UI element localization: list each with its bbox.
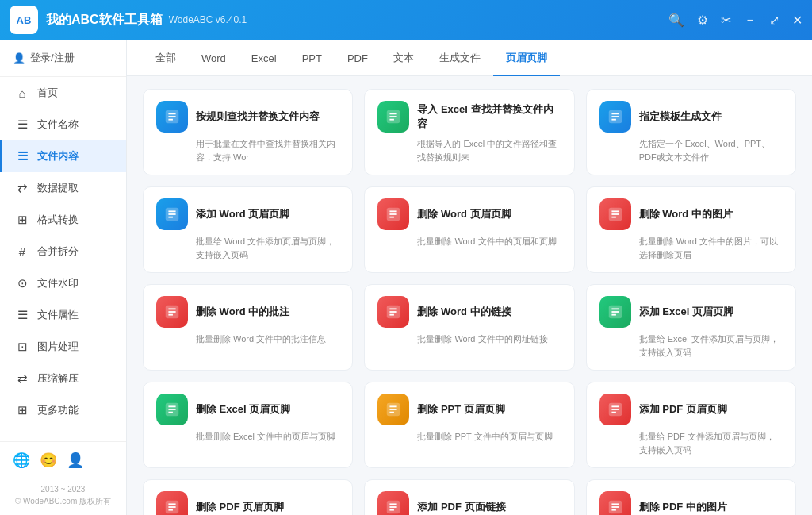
close-icon[interactable]: ✕	[792, 13, 802, 28]
tool-icon	[599, 394, 631, 425]
sidebar-item-home[interactable]: ⌂ 首页	[0, 77, 126, 109]
tool-card[interactable]: 删除 Word 中的批注 批量删除 Word 文件中的批注信息	[143, 284, 353, 371]
tool-desc: 批量删除 Word 文件中的页眉和页脚	[377, 235, 561, 248]
sidebar-item-watermark[interactable]: ⊙ 文件水印	[0, 267, 126, 299]
tool-name: 删除 PPT 页眉页脚	[417, 402, 505, 417]
tool-card-header: 添加 Excel 页眉页脚	[599, 296, 783, 328]
tab-Word[interactable]: Word	[189, 41, 239, 75]
person-icon[interactable]: 👤	[67, 452, 84, 469]
tool-name: 添加 PDF 页面链接	[417, 500, 505, 514]
tool-card[interactable]: 删除 Word 页眉页脚 批量删除 Word 文件中的页眉和页脚	[364, 186, 574, 273]
tool-card-header: 删除 PDF 中的图片	[599, 491, 783, 515]
tab-PDF[interactable]: PDF	[335, 41, 381, 75]
nav-icon-formatconvert: ⊞	[15, 213, 29, 227]
app-title: 我的ABC软件工具箱	[46, 12, 163, 29]
tool-icon	[156, 296, 188, 328]
nav-icon-fileprop: ☰	[15, 308, 29, 322]
sidebar-item-dataextract[interactable]: ⇄ 数据提取	[0, 172, 126, 204]
sidebar-item-imageprocess[interactable]: ⊡ 图片处理	[0, 331, 126, 363]
scissors-icon[interactable]: ✂	[721, 13, 731, 28]
tool-card[interactable]: 指定模板生成文件 先指定一个 Excel、Word、PPT、PDF或文本文件作	[586, 89, 796, 175]
tools-grid: 按规则查找并替换文件内容 用于批量在文件中查找并替换相关内容，支持 Wor 导入…	[127, 76, 812, 515]
tool-desc: 批量给 Word 文件添加页眉与页脚，支持嵌入页码	[156, 235, 339, 261]
user-icon: 👤	[13, 52, 25, 64]
tool-card[interactable]: 删除 Excel 页眉页脚 批量删除 Excel 文件中的页眉与页脚	[143, 382, 353, 468]
tool-card[interactable]: 删除 Word 中的图片 批量删除 Word 文件中的图片，可以选择删除页眉	[586, 186, 796, 273]
tool-desc: 批量给 PDF 文件添加页眉与页脚，支持嵌入页码	[599, 430, 783, 456]
tool-card[interactable]: 删除 PDF 页眉页脚 批量删除 PDF 文件中的页眉和页脚	[143, 479, 353, 515]
tool-card[interactable]: 删除 PDF 中的图片 批量删除 PDF 文件中的图片	[586, 479, 796, 515]
nav-icon-dataextract: ⇄	[15, 181, 29, 195]
nav-label-more: 更多功能	[37, 403, 79, 417]
tool-card[interactable]: 添加 Word 页眉页脚 批量给 Word 文件添加页眉与页脚，支持嵌入页码	[143, 186, 353, 273]
tool-card-header: 导入 Excel 查找并替换文件内容	[377, 101, 561, 133]
sidebar-item-mergesplit[interactable]: # 合并拆分	[0, 236, 126, 267]
browser-icon[interactable]: 🌐	[13, 452, 30, 469]
login-button[interactable]: 👤 登录/注册	[0, 40, 126, 77]
tool-card-header: 删除 Word 中的批注	[156, 296, 339, 328]
sidebar-item-more[interactable]: ⊞ 更多功能	[0, 394, 126, 426]
tool-card[interactable]: 添加 Excel 页眉页脚 批量给 Excel 文件添加页眉与页脚，支持嵌入页码	[586, 284, 796, 371]
tool-card[interactable]: 按规则查找并替换文件内容 用于批量在文件中查找并替换相关内容，支持 Wor	[143, 89, 353, 175]
main-layout: 👤 登录/注册 ⌂ 首页 ☰ 文件名称 ☰ 文件内容 ⇄ 数据提取 ⊞ 格式转换…	[0, 40, 812, 515]
tool-name: 导入 Excel 查找并替换文件内容	[417, 102, 561, 131]
tool-card-header: 删除 Word 页眉页脚	[377, 198, 561, 230]
tool-desc: 批量删除 Excel 文件中的页眉与页脚	[156, 430, 339, 444]
nav-label-watermark: 文件水印	[37, 276, 79, 290]
tool-name: 删除 Word 中的批注	[196, 305, 289, 319]
nav-icon-mergesplit: #	[15, 245, 29, 259]
nav-icon-more: ⊞	[15, 403, 29, 417]
tab-全部[interactable]: 全部	[143, 40, 189, 76]
content-area: 全部WordExcelPPTPDF文本生成文件页眉页脚 按规则查找并替换文件内容…	[127, 40, 812, 515]
tab-页眉页脚[interactable]: 页眉页脚	[493, 40, 560, 76]
nav-icon-compress: ⇄	[15, 371, 29, 386]
maximize-icon[interactable]: ⤢	[769, 13, 779, 28]
tool-card[interactable]: 删除 PPT 页眉页脚 批量删除 PPT 文件中的页眉与页脚	[364, 382, 574, 468]
tool-desc: 批量删除 Word 文件中的网址链接	[377, 332, 561, 346]
tool-card-header: 添加 Word 页眉页脚	[156, 198, 339, 230]
tool-icon	[377, 491, 409, 515]
tab-文本[interactable]: 文本	[381, 40, 427, 76]
nav-icon-filename: ☰	[15, 117, 29, 132]
tab-生成文件[interactable]: 生成文件	[427, 40, 493, 76]
tool-card[interactable]: 导入 Excel 查找并替换文件内容 根据导入的 Excel 中的文件路径和查找…	[364, 89, 574, 175]
tool-card[interactable]: 添加 PDF 页眉页脚 批量给 PDF 文件添加页眉与页脚，支持嵌入页码	[586, 382, 796, 468]
tool-card[interactable]: 删除 Word 中的链接 批量删除 Word 文件中的网址链接	[364, 284, 574, 371]
sidebar-item-filecontent[interactable]: ☰ 文件内容	[0, 140, 126, 172]
tool-name: 添加 PDF 页眉页脚	[639, 402, 727, 417]
sidebar-item-filename[interactable]: ☰ 文件名称	[0, 109, 126, 140]
tool-name: 按规则查找并替换文件内容	[196, 110, 320, 124]
tool-icon	[156, 101, 188, 133]
tool-name: 删除 PDF 页眉页脚	[196, 500, 284, 514]
tool-name: 删除 Excel 页眉页脚	[196, 402, 290, 417]
nav-icon-filecontent: ☰	[15, 149, 29, 163]
tabs-bar: 全部WordExcelPPTPDF文本生成文件页眉页脚	[127, 40, 812, 76]
sidebar-item-formatconvert[interactable]: ⊞ 格式转换	[0, 204, 126, 236]
sidebar-footer: 🌐 😊 👤	[0, 441, 126, 478]
login-label: 登录/注册	[30, 51, 75, 65]
sidebar-item-compress[interactable]: ⇄ 压缩解压	[0, 363, 126, 394]
emoji-icon[interactable]: 😊	[40, 452, 57, 469]
tool-card-header: 删除 PPT 页眉页脚	[377, 394, 561, 425]
tool-icon	[599, 296, 631, 328]
tool-card-header: 指定模板生成文件	[599, 101, 783, 133]
tool-desc: 批量给 Excel 文件添加页眉与页脚，支持嵌入页码	[599, 332, 783, 359]
minimize-icon[interactable]: －	[744, 12, 756, 29]
tab-Excel[interactable]: Excel	[239, 41, 289, 75]
nav-label-compress: 压缩解压	[37, 371, 79, 386]
nav-label-fileprop: 文件属性	[37, 308, 79, 322]
copyright: 2013 ~ 2023 © WodeABC.com 版权所有	[0, 478, 126, 515]
nav-icon-imageprocess: ⊡	[15, 340, 29, 354]
tool-name: 删除 PDF 中的图片	[639, 500, 727, 514]
nav-label-dataextract: 数据提取	[37, 181, 79, 195]
sidebar-item-fileprop[interactable]: ☰ 文件属性	[0, 299, 126, 331]
gear-icon[interactable]: ⚙	[697, 13, 708, 28]
tool-name: 添加 Excel 页眉页脚	[639, 305, 733, 319]
tool-card-header: 删除 Excel 页眉页脚	[156, 394, 339, 425]
tool-name: 指定模板生成文件	[639, 110, 722, 124]
tool-icon	[156, 394, 188, 425]
tab-PPT[interactable]: PPT	[289, 41, 335, 75]
tool-card[interactable]: 添加 PDF 页面链接 批量给 PDF 的整个页面添加一个网址链接，在单击	[364, 479, 574, 515]
search-icon[interactable]: 🔍	[668, 13, 684, 28]
nav-label-filename: 文件名称	[37, 117, 79, 132]
